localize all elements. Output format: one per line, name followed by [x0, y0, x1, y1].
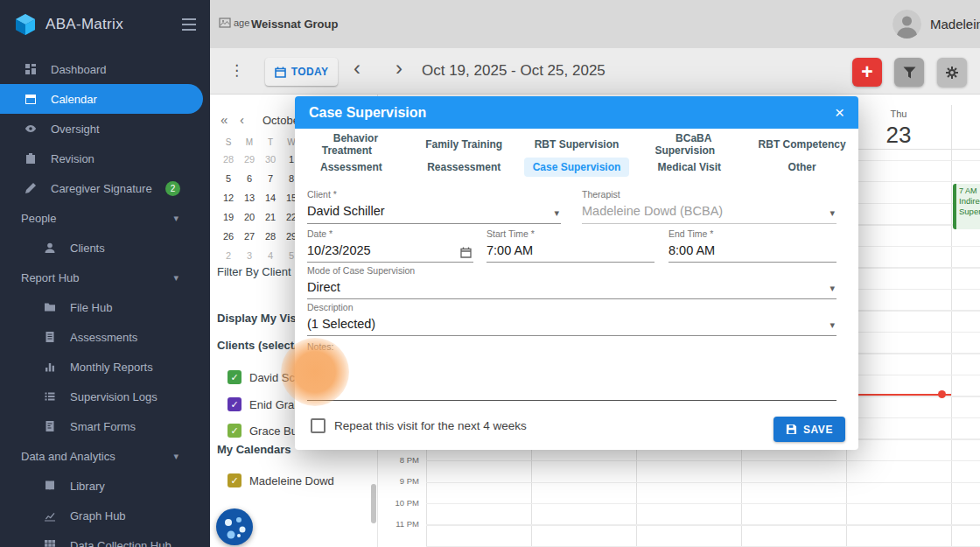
checkbox-checked-icon[interactable]: ✓ [228, 397, 242, 411]
sidebar-item-caregiver-signature[interactable]: Caregiver Signature 2 [0, 173, 210, 203]
end-time-input[interactable]: End Time * 8:00 AM [668, 228, 836, 263]
panel-scrollbar[interactable] [371, 484, 376, 523]
sidebar-item-data-collection-hub[interactable]: Data Collection Hub [0, 530, 210, 547]
sidebar-item-dashboard[interactable]: Dashboard [0, 54, 210, 84]
sidebar-item-assessments[interactable]: Assessments [0, 322, 210, 352]
mini-calendar-date[interactable]: 4 [260, 246, 281, 265]
chevron-down-icon: ▾ [173, 451, 178, 462]
sidebar-item-monthly-reports[interactable]: Monthly Reports [0, 352, 210, 382]
sidebar-item-label: Supervision Logs [70, 390, 158, 403]
mini-calendar-date[interactable]: 26 [218, 227, 239, 246]
repeat-label: Repeat this visit for the next 4 weeks [334, 419, 527, 432]
sidebar-item-revision[interactable]: Revision [0, 144, 210, 173]
tab-rbt-supervision[interactable]: RBT Supervision [521, 138, 634, 151]
mode-value: Direct [307, 280, 836, 294]
mode-label: Mode of Case Supervision [307, 265, 836, 276]
mini-calendar-date[interactable]: 7 [260, 169, 281, 188]
sidebar-section-people[interactable]: People ▾ [0, 203, 210, 233]
mini-calendar-date[interactable]: 14 [260, 188, 281, 207]
repeat-checkbox[interactable] [311, 418, 326, 433]
sidebar-section-data-and-analytics[interactable]: Data and Analytics ▾ [0, 441, 210, 471]
today-button[interactable]: TODAY [265, 58, 338, 86]
checkbox-checked-icon[interactable]: ✓ [228, 424, 242, 438]
previous-week-button[interactable]: ‹ [348, 56, 366, 81]
mini-calendar-date[interactable]: 6 [239, 169, 260, 188]
client-checkbox-row[interactable]: ✓ Enid Grah [228, 396, 301, 412]
mini-calendar-date[interactable]: 5 [218, 169, 239, 188]
start-time-value: 7:00 AM [486, 243, 654, 257]
notes-input[interactable]: Notes: [307, 341, 836, 401]
date-input[interactable]: Date * 10/23/2025 [307, 228, 473, 263]
sidebar-section-report-hub[interactable]: Report Hub ▾ [0, 263, 210, 292]
sidebar-item-smart-forms[interactable]: Smart Forms [0, 411, 210, 441]
mini-calendar-prev-month-icon[interactable]: ‹ [240, 112, 244, 127]
mini-calendar-date[interactable]: 28 [218, 150, 239, 169]
mini-calendar-date[interactable]: 3 [239, 246, 260, 265]
repeat-visit-row: Repeat this visit for the next 4 weeks [311, 418, 527, 433]
mini-calendar-date[interactable]: 28 [260, 227, 281, 246]
date-label: Date * [307, 228, 473, 239]
mini-calendar-date[interactable]: 29 [239, 150, 260, 169]
save-button[interactable]: SAVE [774, 417, 845, 442]
sidebar-item-library[interactable]: Library [0, 471, 210, 501]
client-checkbox-row[interactable]: ✓ Grace Bud [228, 423, 304, 438]
tab-case-supervision[interactable]: Case Supervision [521, 161, 634, 173]
filter-button[interactable] [894, 58, 924, 87]
therapist-select[interactable]: Therapist Madeleine Dowd (BCBA) ▾ [582, 189, 836, 224]
tab-family-training[interactable]: Family Training [408, 138, 521, 151]
close-icon[interactable]: × [835, 104, 844, 121]
next-week-button[interactable]: › [390, 56, 408, 81]
mode-select[interactable]: Mode of Case Supervision Direct ▾ [307, 265, 836, 299]
mini-calendar-prev-year-icon[interactable]: « [220, 112, 228, 127]
sidebar-item-calendar[interactable]: Calendar [0, 84, 203, 114]
filter-by-client-label: Filter By Client [217, 265, 291, 278]
person-icon [44, 242, 58, 254]
sidebar-item-file-hub[interactable]: File Hub [0, 292, 210, 322]
tab-rbt-competency[interactable]: RBT Competency [746, 138, 858, 151]
mini-calendar-date[interactable]: 27 [239, 227, 260, 246]
client-select[interactable]: Client * David Schiller ▾ [307, 189, 561, 224]
day-name-label: Thu [846, 109, 951, 119]
calendar-picker-icon[interactable] [460, 247, 472, 258]
tab-behavior-treatment[interactable]: Behavior Treatment [295, 132, 408, 157]
folder-icon [44, 301, 58, 313]
palette-icon [220, 512, 249, 542]
sidebar-item-graph-hub[interactable]: Graph Hub [0, 501, 210, 530]
mini-calendar-date[interactable]: 2 [218, 246, 239, 265]
mini-calendar-date[interactable]: 21 [260, 207, 281, 227]
tab-assessment[interactable]: Assessment [295, 161, 408, 173]
checkbox-checked-icon[interactable]: ✓ [228, 370, 242, 384]
mini-calendar: S M T W 28 29 30 1 5 6 7 8 12 13 14 15 [218, 135, 305, 265]
sidebar-item-oversight[interactable]: Oversight [0, 114, 210, 144]
calendar-checkbox-row[interactable]: ✓ Madeleine Dowd [228, 473, 334, 488]
end-time-value: 8:00 AM [668, 243, 836, 257]
tab-other[interactable]: Other [746, 161, 858, 173]
mini-calendar-date[interactable]: 12 [218, 188, 239, 207]
more-options-icon[interactable]: ⋮ [229, 61, 244, 80]
sidebar-item-label: Monthly Reports [70, 361, 153, 374]
settings-button[interactable] [937, 58, 967, 87]
checkbox-checked-icon[interactable]: ✓ [228, 473, 242, 487]
top-header: age Weissnat Group Madeleine [210, 0, 980, 48]
description-select[interactable]: Description (1 Selected) ▾ [307, 302, 836, 336]
start-time-input[interactable]: Start Time * 7:00 AM [486, 228, 654, 263]
calendar-event[interactable]: 7 AM Indirect Supervision [953, 184, 980, 229]
theme-widget-button[interactable] [216, 508, 253, 545]
sidebar-item-label: Caregiver Signature [51, 182, 152, 195]
sidebar-item-clients[interactable]: Clients [0, 233, 210, 263]
tab-bcaba-supervision[interactable]: BCaBA Supervision [633, 132, 746, 157]
mini-calendar-date[interactable]: 19 [218, 207, 239, 227]
mini-calendar-date[interactable]: 30 [260, 150, 281, 169]
user-avatar[interactable] [892, 10, 921, 39]
sidebar-item-supervision-logs[interactable]: Supervision Logs [0, 382, 210, 411]
mini-calendar-date[interactable]: 20 [239, 207, 260, 227]
client-checkbox-row[interactable]: ✓ David Sch [228, 369, 301, 385]
tab-reassessment[interactable]: Reassessment [408, 161, 521, 173]
tab-label: Case Supervision [524, 158, 630, 177]
mini-calendar-date[interactable]: 13 [239, 188, 260, 207]
menu-icon[interactable] [182, 18, 196, 31]
sidebar-section-label: People [21, 212, 56, 225]
add-visit-button[interactable]: + [852, 58, 882, 87]
tab-medical-visit[interactable]: Medical Visit [633, 161, 746, 173]
day-number-label[interactable]: 23 [846, 122, 951, 149]
